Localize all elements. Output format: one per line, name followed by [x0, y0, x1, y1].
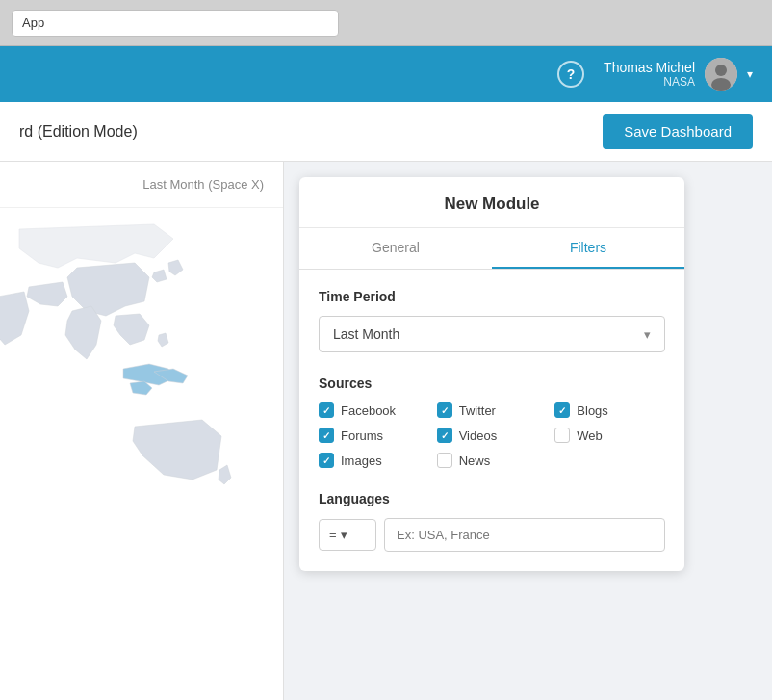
source-facebook[interactable]: Facebook: [319, 402, 429, 418]
sources-label: Sources: [319, 376, 665, 391]
languages-label: Languages: [319, 491, 665, 506]
map-visualization: [0, 210, 284, 518]
source-twitter[interactable]: Twitter: [437, 402, 548, 418]
images-label: Images: [341, 454, 382, 468]
time-period-value: Last Month: [333, 326, 399, 342]
source-images[interactable]: Images: [319, 453, 429, 468]
browser-url-input[interactable]: [12, 10, 339, 37]
modal-tabs: General Filters: [299, 228, 684, 270]
toolbar: rd (Edition Mode) Save Dashboard: [0, 102, 772, 162]
tab-filters[interactable]: Filters: [492, 228, 684, 269]
operator-value: =: [329, 528, 337, 542]
videos-checkbox[interactable]: [437, 428, 452, 443]
forums-label: Forums: [341, 428, 383, 443]
twitter-label: Twitter: [459, 403, 496, 418]
facebook-label: Facebook: [341, 403, 396, 418]
top-nav: ? Thomas Michel NASA ▾: [0, 46, 772, 102]
blogs-label: Blogs: [577, 403, 608, 418]
tab-general[interactable]: General: [299, 228, 492, 269]
twitter-checkbox[interactable]: [437, 402, 452, 418]
images-checkbox[interactable]: [319, 453, 334, 468]
dropdown-arrow-icon: ▾: [644, 327, 651, 342]
news-label: News: [459, 454, 491, 468]
page-title: rd (Edition Mode): [19, 123, 138, 141]
time-period-dropdown[interactable]: Last Month ▾: [319, 316, 665, 352]
user-menu-chevron-icon: ▾: [747, 67, 753, 81]
news-checkbox[interactable]: [437, 453, 452, 468]
left-panel-filter-label: Last Month (Space X): [0, 162, 283, 208]
help-button[interactable]: ?: [557, 61, 584, 88]
web-checkbox[interactable]: [554, 428, 570, 443]
user-menu[interactable]: Thomas Michel NASA ▾: [604, 58, 753, 91]
sources-grid: Facebook Twitter Blogs Forums: [319, 402, 665, 468]
svg-point-1: [715, 65, 727, 76]
source-news[interactable]: News: [437, 453, 548, 468]
forums-checkbox[interactable]: [319, 428, 334, 443]
right-panel: New Module General Filters Time Period L…: [284, 162, 772, 700]
user-name: Thomas Michel: [604, 60, 695, 75]
save-dashboard-button[interactable]: Save Dashboard: [603, 114, 753, 149]
modal-body: Time Period Last Month ▾ Sources Faceboo…: [299, 270, 684, 571]
user-org: NASA: [604, 75, 695, 89]
modal-title: New Module: [299, 177, 684, 228]
operator-chevron-icon: ▾: [341, 528, 347, 542]
source-web[interactable]: Web: [554, 428, 665, 443]
languages-row: = ▾: [319, 518, 665, 552]
source-forums[interactable]: Forums: [319, 428, 429, 443]
blogs-checkbox[interactable]: [554, 402, 570, 418]
facebook-checkbox[interactable]: [319, 402, 334, 418]
language-operator-dropdown[interactable]: = ▾: [319, 519, 376, 551]
user-info: Thomas Michel NASA: [604, 60, 695, 89]
web-label: Web: [577, 428, 603, 443]
source-videos[interactable]: Videos: [437, 428, 548, 443]
avatar: [705, 58, 737, 91]
source-blogs[interactable]: Blogs: [554, 402, 665, 418]
main-content: Last Month (Space X): [0, 162, 772, 700]
new-module-modal: New Module General Filters Time Period L…: [299, 177, 684, 571]
time-period-label: Time Period: [319, 289, 665, 304]
browser-chrome: [0, 0, 772, 46]
left-panel: Last Month (Space X): [0, 162, 284, 700]
videos-label: Videos: [459, 428, 498, 443]
languages-input[interactable]: [384, 518, 665, 552]
